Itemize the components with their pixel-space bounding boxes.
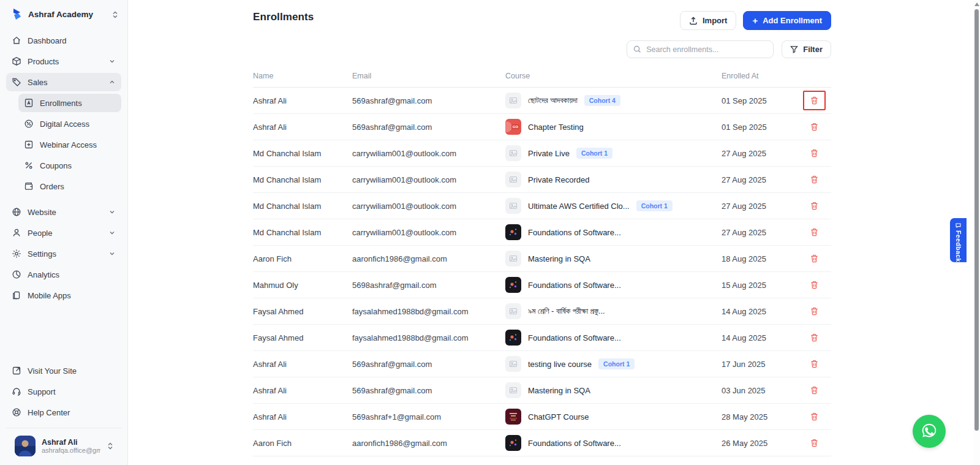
sidebar-item-mobile-apps[interactable]: Mobile Apps: [6, 286, 121, 304]
sidebar-item-help-center[interactable]: Help Center: [6, 403, 121, 422]
sidebar-item-coupons[interactable]: Coupons: [18, 156, 121, 175]
delete-wrap: [803, 301, 826, 321]
delete-enrollment-button[interactable]: [810, 122, 819, 132]
help-icon: [12, 407, 21, 417]
image-placeholder-icon: [509, 175, 518, 184]
import-button[interactable]: Import: [680, 11, 736, 30]
course-cell: Mastering in SQA: [505, 246, 722, 272]
sidebar-item-support[interactable]: Support: [6, 382, 121, 401]
delete-wrap: [803, 380, 826, 400]
sidebar-item-sales[interactable]: Sales: [6, 73, 121, 91]
delete-enrollment-button[interactable]: [810, 148, 819, 158]
enrollments-table: Name Email Course Enrolled At Ashraf Ali…: [253, 72, 831, 456]
home-icon: [12, 36, 21, 45]
course-thumbnail: GO: [505, 119, 521, 135]
email-cell: 569ashraf@gmail.com: [352, 114, 505, 140]
account-menu[interactable]: Ashraf Ali ashrafqa.office@gmai...: [6, 428, 121, 465]
col-header-name: Name: [253, 72, 352, 88]
digital-access-icon: [24, 119, 34, 129]
course-thumbnail: [505, 303, 521, 319]
add-enrollment-button[interactable]: + Add Enrollment: [743, 11, 831, 30]
trash-icon: [810, 333, 819, 342]
sidebar-item-analytics[interactable]: Analytics: [6, 265, 121, 284]
enrollments-icon: [24, 98, 34, 108]
course-thumbnail: [505, 356, 521, 372]
filter-button[interactable]: Filter: [782, 40, 831, 58]
delete-enrollment-button[interactable]: [810, 385, 819, 395]
sidebar-item-orders[interactable]: Orders: [18, 177, 121, 195]
col-header-actions: [803, 72, 831, 88]
email-cell: aaronfich1986@gmail.com: [352, 430, 505, 456]
scroll-thumb[interactable]: [974, 9, 979, 431]
course-cell: ছোটদের আদবকায়দাCohort 4: [505, 88, 722, 114]
course-name: testing live course: [528, 360, 592, 369]
scroll-up-arrow[interactable]: [974, 2, 979, 6]
image-placeholder-icon: [509, 360, 518, 368]
image-placeholder-icon: [509, 96, 518, 105]
delete-enrollment-button[interactable]: [810, 280, 819, 290]
course-name: Private Live: [528, 149, 570, 158]
search-input[interactable]: [646, 45, 767, 54]
cohort-badge: Cohort 1: [636, 200, 673, 211]
delete-enrollment-button[interactable]: [810, 333, 819, 342]
course-name: Foundations of Software...: [528, 281, 621, 290]
delete-enrollment-button[interactable]: [810, 438, 819, 448]
chevron-up-icon: [108, 78, 116, 86]
delete-enrollment-button[interactable]: [810, 359, 819, 369]
enrolled-at-cell: 17 Jun 2025: [722, 351, 803, 377]
wallet-icon: [24, 181, 34, 191]
sidebar-item-webinar-access[interactable]: Webinar Access: [18, 135, 121, 154]
delete-wrap: [803, 249, 826, 268]
course-art: [508, 437, 519, 448]
enrolled-at-cell: 27 Aug 2025: [722, 167, 803, 193]
delete-enrollment-button[interactable]: [810, 412, 819, 422]
sidebar-item-dashboard[interactable]: Dashboard: [6, 31, 121, 50]
trash-icon: [810, 122, 819, 132]
tag-icon: [12, 77, 21, 87]
delete-wrap: [803, 354, 826, 374]
name-cell: Faysal Ahmed: [253, 325, 352, 351]
image-placeholder-icon: [509, 307, 518, 316]
email-cell: carrywiliam001@outlook.com: [352, 219, 505, 246]
upload-icon: [689, 17, 698, 25]
name-cell: Md Chanchal Islam: [253, 219, 352, 246]
email-cell: 569ashraf@gmail.com: [352, 377, 505, 404]
delete-enrollment-button[interactable]: [810, 227, 819, 237]
course-cell: testing live courseCohort 1: [505, 351, 722, 377]
delete-enrollment-button[interactable]: [810, 175, 819, 184]
delete-enrollment-button[interactable]: [810, 306, 819, 316]
search-box: [627, 40, 774, 58]
delete-enrollment-button[interactable]: [810, 254, 819, 263]
workspace-switcher[interactable]: Ashraf Academy: [0, 0, 127, 28]
name-cell: Md Chanchal Islam: [253, 167, 352, 193]
feedback-tab[interactable]: Feedback: [950, 218, 967, 262]
cohort-badge: Cohort 4: [584, 95, 620, 106]
package-icon: [12, 56, 21, 66]
email-cell: carrywiliam001@outlook.com: [352, 140, 505, 167]
profile-email: ashrafqa.office@gmai...: [42, 447, 100, 454]
course-art: [508, 227, 519, 238]
col-header-course: Course: [505, 72, 722, 88]
sidebar-item-website[interactable]: Website: [6, 203, 121, 221]
enrolled-at-cell: 14 Aug 2025: [722, 298, 803, 325]
actions-cell: [803, 351, 831, 377]
actions-cell: [803, 140, 831, 167]
course-name: ChatGPT Course: [528, 412, 589, 422]
delete-wrap: [803, 275, 826, 295]
sidebar-item-visit-site[interactable]: Visit Your Site: [6, 361, 121, 380]
sidebar-item-settings[interactable]: Settings: [6, 244, 121, 263]
sidebar-item-people[interactable]: People: [6, 224, 121, 242]
image-placeholder-icon: [509, 254, 518, 263]
sidebar-item-products[interactable]: Products: [6, 52, 121, 70]
whatsapp-button[interactable]: [913, 415, 946, 448]
sidebar-nav: Dashboard Products Sales Enrollments Dig…: [0, 28, 127, 361]
sidebar-item-enrollments[interactable]: Enrollments: [18, 94, 121, 112]
enrolled-at-cell: 15 Aug 2025: [722, 272, 803, 298]
delete-enrollment-button[interactable]: [810, 96, 819, 105]
name-cell: Aaron Fich: [253, 246, 352, 272]
sidebar-item-digital-access[interactable]: Digital Access: [18, 115, 121, 133]
scrollbar[interactable]: [973, 0, 980, 465]
course-cell: Foundations of Software...: [505, 219, 722, 246]
delete-enrollment-button[interactable]: [810, 201, 819, 211]
plus-icon: +: [752, 16, 758, 25]
